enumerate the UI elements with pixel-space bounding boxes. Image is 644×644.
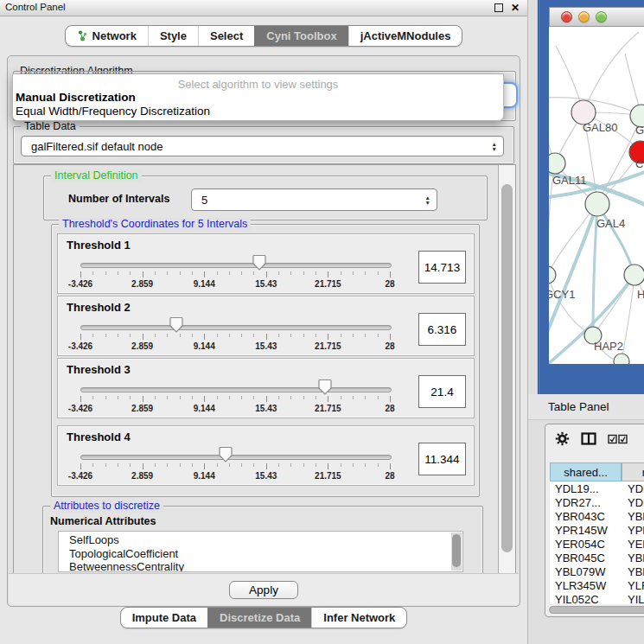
tick-mark (204, 463, 205, 469)
threshold-panel-4: Threshold 4 -3.4262.8599.14415.4321.7152… (57, 425, 475, 486)
slider-handle-icon[interactable] (219, 446, 233, 462)
table-cell: YIL0 (622, 592, 644, 604)
tick-mark (105, 271, 106, 275)
slider-handle-icon[interactable] (252, 254, 266, 271)
tab-select[interactable]: Select (198, 26, 254, 46)
number-of-intervals-combobox[interactable]: 5 (191, 188, 437, 211)
cyni-mode-tabs: Impute DataDiscretize DataInfer Network (0, 607, 527, 628)
split-columns-icon[interactable] (581, 432, 596, 449)
dropdown-option-manual-discretization[interactable]: Manual Discretization (16, 91, 136, 104)
gear-icon[interactable] (555, 431, 570, 450)
tick-mark (390, 463, 391, 469)
tick-label: -3.426 (68, 471, 92, 481)
attributes-list-scrollbar[interactable] (451, 532, 462, 571)
slider-handle-icon[interactable] (169, 316, 183, 333)
attribute-item-betweennesscentrality[interactable]: BetweennessCentrality (59, 560, 462, 572)
network-canvas[interactable]: GAL80G.CGAL11GAL4GCY1HHAP2 (549, 27, 644, 364)
tab-discretize-data[interactable]: Discretize Data (207, 608, 311, 628)
table-row[interactable]: YDR27...YDR2 (550, 495, 644, 509)
network-node-gal4[interactable] (585, 192, 609, 216)
table-panel-title: Table Panel (548, 400, 609, 413)
table-row[interactable]: YIL052CYIL0 (550, 592, 644, 604)
table-cell: YLR3 (622, 578, 644, 592)
slider-track[interactable] (80, 387, 392, 392)
tick-mark (143, 271, 143, 277)
network-node[interactable] (614, 354, 629, 364)
thresholds-groupbox: Threshold's Coordinates for 5 Intervals … (51, 224, 480, 497)
column-header-shared-name[interactable]: shared... (550, 462, 622, 481)
table-horizontal-scrollbar[interactable] (549, 606, 644, 614)
tick-mark (118, 463, 118, 467)
tick-mark (328, 396, 328, 402)
zoom-traffic-light-icon[interactable] (596, 11, 607, 22)
tick-mark (130, 396, 131, 399)
threshold-value-field[interactable]: 14.713 (418, 251, 466, 284)
tab-network[interactable]: Network (66, 26, 148, 46)
bottom-tabs-segmented: Impute DataDiscretize DataInfer Network (120, 607, 408, 628)
network-node-h[interactable] (624, 265, 644, 285)
network-node-label: GAL80 (583, 121, 617, 134)
tick-label: 2.859 (131, 404, 153, 413)
close-traffic-light-icon[interactable] (561, 11, 572, 22)
tab-cyni-toolbox[interactable]: Cyni Toolbox (254, 26, 348, 46)
table-row[interactable]: YBR043CYBR0 (550, 509, 644, 523)
tick-mark (316, 396, 316, 399)
table-horizontal-scrollbar-thumb[interactable] (549, 606, 644, 614)
attributes-list-scrollbar-thumb[interactable] (452, 534, 461, 567)
tick-mark (118, 334, 118, 337)
table-row[interactable]: YBR045CYBR0 (550, 551, 644, 564)
threshold-value-field[interactable]: 11.344 (418, 443, 466, 475)
numerical-attributes-list[interactable]: SelfLoopsTopologicalCoefficientBetweenne… (58, 531, 463, 572)
table-row[interactable]: YLR345WYLR3 (550, 578, 644, 592)
slider-track[interactable] (80, 263, 392, 268)
threshold-value-field[interactable]: 21.4 (418, 375, 466, 408)
threshold-value-field[interactable]: 6.316 (418, 313, 466, 346)
tick-mark (130, 463, 131, 467)
table-data-groupbox: Table Data galFiltered.sif default node (13, 126, 514, 164)
tick-label: 9.144 (194, 471, 215, 481)
network-node-gal11[interactable] (549, 153, 565, 174)
network-node-label: HAP2 (594, 340, 623, 353)
tick-mark (390, 396, 391, 402)
settings-vertical-scrollbar[interactable] (498, 165, 515, 575)
settings-scrollbar-thumb[interactable] (501, 184, 513, 552)
attribute-item-selfloops[interactable]: SelfLoops (59, 533, 462, 547)
table-row[interactable]: YER054CYER0 (550, 537, 644, 551)
column-header-name[interactable]: na (622, 462, 644, 481)
table-row[interactable]: YBL079WYBL0 (550, 564, 644, 578)
table-header-row: shared... na (550, 462, 644, 481)
table-row[interactable]: YPR145WYPR1 (550, 523, 644, 537)
threshold-slider[interactable]: -3.4262.8599.14415.4321.71528 (75, 426, 395, 485)
threshold-slider[interactable]: -3.4262.8599.14415.4321.71528 (75, 234, 395, 293)
float-window-icon[interactable] (494, 3, 503, 12)
dropdown-option-equal-width-frequency[interactable]: Equal Width/Frequency Discretization (16, 105, 210, 118)
slider-handle-icon[interactable] (318, 379, 332, 395)
tick-mark (180, 271, 181, 275)
table-row[interactable]: YDL19...YDL1 (550, 481, 644, 495)
tick-mark (92, 271, 93, 275)
attribute-item-topologicalcoefficient[interactable]: TopologicalCoefficient (59, 547, 462, 561)
network-node-gcy1[interactable] (549, 266, 556, 284)
table-data-combobox[interactable]: galFiltered.sif default node (21, 136, 504, 156)
tick-mark (241, 334, 242, 337)
apply-button[interactable]: Apply (229, 581, 298, 599)
threshold-slider[interactable]: -3.4262.8599.14415.4321.71528 (75, 296, 395, 355)
tab-infer-network[interactable]: Infer Network (311, 608, 406, 628)
tab-impute-data[interactable]: Impute Data (121, 608, 207, 628)
slider-track[interactable] (80, 325, 392, 330)
tab-jactivemnodules[interactable]: jActiveMNodules (348, 26, 462, 46)
interval-definition-group-title: Interval Definition (51, 169, 142, 182)
tick-mark (241, 463, 242, 467)
column-checkboxes-icon[interactable] (608, 432, 630, 448)
tick-mark (241, 271, 242, 275)
slider-track[interactable] (80, 455, 392, 460)
tick-label: 15.43 (255, 404, 277, 413)
tab-style[interactable]: Style (148, 26, 198, 46)
close-window-icon[interactable] (511, 1, 520, 15)
tick-mark (155, 334, 156, 337)
tick-mark (390, 271, 391, 277)
threshold-slider[interactable]: -3.4262.8599.14415.4321.71528 (75, 359, 395, 418)
node-attribute-table: shared... na YDL19...YDL1YDR27...YDR2YBR… (550, 462, 644, 604)
minimize-traffic-light-icon[interactable] (578, 11, 590, 22)
tick-mark (365, 463, 366, 467)
